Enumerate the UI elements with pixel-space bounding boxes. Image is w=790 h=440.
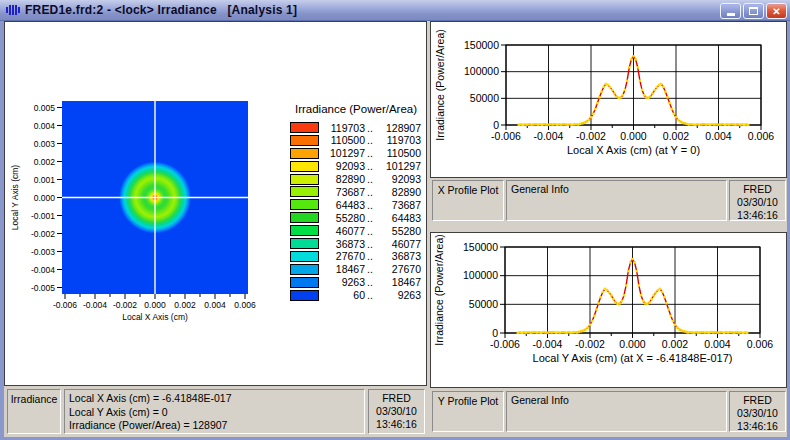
legend-row: 46077..55280 (290, 225, 422, 236)
legend-row: 27670..36873 (290, 251, 422, 262)
svg-text:100000: 100000 (463, 269, 498, 281)
svg-text:0.000: 0.000 (144, 300, 166, 310)
y-profile-status-stamp-cell: FRED 03/30/10 13:46:16 (729, 391, 786, 432)
svg-text:0.004: 0.004 (704, 338, 730, 350)
svg-text:-0.006: -0.006 (490, 338, 520, 350)
legend-row: 55280..64483 (290, 212, 422, 223)
svg-text:-0.002: -0.002 (576, 130, 606, 142)
svg-text:150000: 150000 (464, 39, 499, 51)
app-name-stamp: FRED (369, 392, 424, 405)
legend-row: 82890..92093 (290, 174, 422, 185)
legend-row: 110500..119703 (290, 135, 422, 146)
time-stamp: 13:46:16 (730, 209, 785, 221)
svg-text:Local X Axis (cm): Local X Axis (cm) (122, 312, 188, 322)
svg-text:0.003: 0.003 (34, 139, 56, 149)
legend-swatch (290, 290, 319, 301)
app-name-stamp: FRED (730, 183, 785, 196)
svg-text:Local X Axis (cm) (at Y = 0): Local X Axis (cm) (at Y = 0) (567, 144, 700, 156)
x-profile-status-info-cell: General Info (506, 180, 727, 221)
app-name-stamp: FRED (730, 394, 785, 407)
date-stamp: 03/30/10 (730, 407, 785, 420)
svg-text:0.000: 0.000 (619, 338, 645, 350)
svg-text:50000: 50000 (469, 298, 498, 310)
svg-text:0.002: 0.002 (34, 157, 56, 167)
svg-text:0.004: 0.004 (34, 121, 56, 131)
svg-text:0.002: 0.002 (174, 300, 196, 310)
legend-swatch (290, 264, 319, 275)
map-status-line-irr: Irradiance (Power/Area) = 128907 (69, 419, 360, 433)
x-profile-pane[interactable]: -0.006-0.004-0.0020.0000.0020.0040.00605… (430, 21, 787, 178)
map-status-stamp-cell: FRED 03/30/10 13:46:16 (368, 389, 425, 434)
svg-text:0.001: 0.001 (34, 175, 56, 185)
svg-text:0.006: 0.006 (747, 338, 773, 350)
minimize-icon (727, 13, 735, 16)
legend-row: 9263..18467 (290, 277, 422, 288)
date-stamp: 03/30/10 (369, 405, 424, 418)
legend-row: 60..9263 (290, 290, 422, 301)
legend-row: 18467..27670 (290, 264, 422, 275)
svg-text:0.002: 0.002 (662, 338, 688, 350)
minimize-button[interactable] (720, 3, 741, 19)
legend-swatch (290, 199, 319, 210)
svg-text:50000: 50000 (470, 92, 499, 104)
legend-row: 92093..101297 (290, 161, 422, 172)
x-profile-status-stamp-cell: FRED 03/30/10 13:46:16 (729, 180, 786, 221)
maximize-icon (749, 7, 758, 15)
legend-swatch (290, 122, 319, 133)
legend-swatch (290, 186, 319, 197)
svg-text:0.005: 0.005 (34, 103, 56, 113)
legend-swatch (290, 225, 319, 236)
legend-swatch (290, 238, 319, 249)
legend-swatch (290, 251, 319, 262)
time-stamp: 13:46:16 (369, 418, 424, 431)
svg-text:0.004: 0.004 (705, 130, 731, 142)
app-icon (5, 3, 21, 17)
svg-text:0.004: 0.004 (204, 300, 226, 310)
legend-rows: 119703..128907110500..119703101297..1105… (290, 122, 422, 301)
close-icon: ✕ (772, 6, 780, 17)
y-profile-pane[interactable]: -0.006-0.004-0.0020.0000.0020.0040.00605… (430, 232, 787, 388)
legend-swatch (290, 148, 319, 159)
title-bar[interactable]: FRED1e.frd:2 - <lock> Irradiance [Analys… (0, 0, 790, 21)
app-window: FRED1e.frd:2 - <lock> Irradiance [Analys… (0, 0, 790, 440)
svg-text:Local Y Axis (cm): Local Y Axis (cm) (10, 165, 20, 231)
maximize-button[interactable] (743, 3, 764, 19)
legend-swatch (290, 212, 319, 223)
svg-text:150000: 150000 (463, 241, 498, 253)
y-profile-chart-canvas[interactable]: -0.006-0.004-0.0020.0000.0020.0040.00605… (431, 233, 786, 387)
y-profile-status-title-cell: Y Profile Plot (432, 391, 504, 432)
legend-title: Irradiance (Power/Area) (290, 103, 422, 115)
time-stamp: 13:46:16 (730, 420, 785, 432)
svg-text:-0.002: -0.002 (31, 229, 55, 239)
close-button[interactable]: ✕ (766, 3, 787, 19)
svg-text:-0.006: -0.006 (491, 130, 521, 142)
svg-text:0.006: 0.006 (234, 300, 256, 310)
irradiance-legend: Irradiance (Power/Area) 119703..12890711… (290, 103, 422, 302)
window-title: FRED1e.frd:2 - <lock> Irradiance [Analys… (25, 3, 297, 17)
svg-text:0: 0 (493, 119, 499, 131)
svg-text:-0.002: -0.002 (575, 338, 605, 350)
y-profile-status-info-cell: General Info (506, 391, 727, 432)
date-stamp: 03/30/10 (730, 196, 785, 209)
x-profile-status-title-cell: X Profile Plot (432, 180, 504, 221)
svg-text:-0.004: -0.004 (83, 300, 107, 310)
svg-text:-0.003: -0.003 (31, 247, 55, 257)
x-profile-chart-canvas[interactable]: -0.006-0.004-0.0020.0000.0020.0040.00605… (431, 22, 786, 177)
legend-row: 119703..128907 (290, 122, 422, 133)
legend-row: 73687..82890 (290, 186, 422, 197)
legend-swatch (290, 277, 319, 288)
svg-text:-0.004: -0.004 (31, 265, 55, 275)
svg-text:-0.005: -0.005 (31, 283, 55, 293)
svg-text:Local Y Axis (cm) (at X = -6.4: Local Y Axis (cm) (at X = -6.41848E-017) (533, 352, 733, 364)
svg-text:100000: 100000 (464, 65, 499, 77)
svg-text:-0.006: -0.006 (53, 300, 77, 310)
legend-row: 101297..110500 (290, 148, 422, 159)
svg-text:0.006: 0.006 (748, 130, 774, 142)
svg-text:Irradiance (Power/Area): Irradiance (Power/Area) (433, 234, 445, 345)
map-status-info-cell: Local X Axis (cm) = -6.41848E-017 Local … (64, 389, 365, 434)
svg-text:0: 0 (492, 327, 498, 339)
legend-swatch (290, 174, 319, 185)
legend-row: 36873..46077 (290, 238, 422, 249)
map-status-line-x: Local X Axis (cm) = -6.41848E-017 (69, 392, 360, 406)
svg-text:0.000: 0.000 (34, 193, 56, 203)
